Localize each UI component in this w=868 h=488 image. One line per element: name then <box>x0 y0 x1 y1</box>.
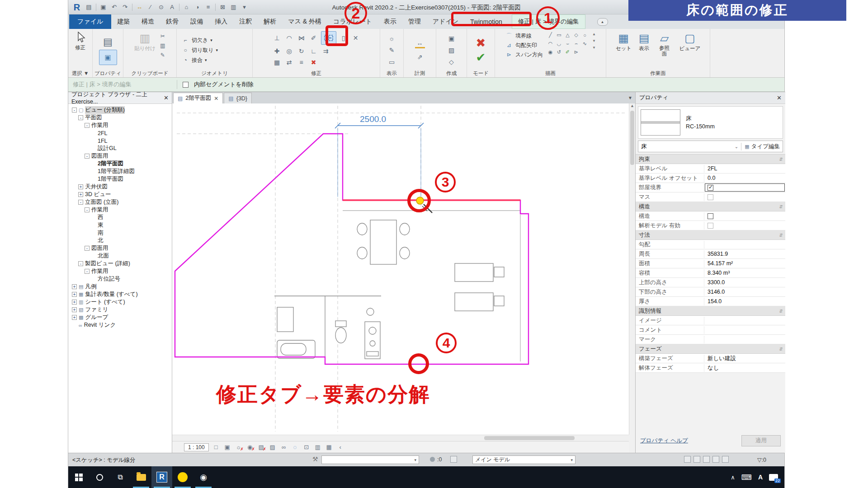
tree-item-3d-views[interactable]: +3D ビュー <box>68 191 172 198</box>
move-icon[interactable]: ✚ <box>272 46 282 56</box>
room-bounding-checkbox[interactable] <box>708 185 713 191</box>
qat-customize-icon[interactable]: ▾ <box>241 4 248 10</box>
section-icon[interactable]: ◑ <box>193 4 201 10</box>
tree-item-schedules[interactable]: +▦集計表/数量 (すべて) <box>68 291 172 298</box>
property-row[interactable]: 部屋境界 <box>636 183 785 192</box>
group-constraints[interactable]: 拘束⇵ <box>636 155 785 164</box>
tab-systems[interactable]: 設備 <box>184 14 209 29</box>
properties-pal-icon[interactable]: ▤ <box>103 36 113 48</box>
tree-item-sheets-use[interactable]: -図面用 <box>68 152 172 160</box>
scroll-thumb[interactable] <box>484 436 575 440</box>
tree-expander[interactable]: + <box>72 292 77 297</box>
tab-massing-site[interactable]: マス & 外構 <box>282 14 327 29</box>
tag-icon[interactable]: ⊙ <box>157 4 165 10</box>
select-by-face-toggle-icon[interactable] <box>712 456 719 463</box>
close-icon[interactable]: ✕ <box>164 94 169 101</box>
property-row[interactable]: 面積54.157 m² <box>636 259 785 268</box>
tree-item-1f-detail-plan[interactable]: 1階平面詳細図 <box>68 168 172 175</box>
updown-icon[interactable]: ⇵ <box>779 347 783 352</box>
tree-item-1f-plan[interactable]: 1階平面図 <box>68 175 172 183</box>
close-icon[interactable]: ✕ <box>777 94 782 101</box>
property-row[interactable]: マス <box>636 192 785 202</box>
ribbon-collapse-button[interactable]: ▴ <box>597 18 608 26</box>
draw-ellipse-icon[interactable]: ◉ <box>547 48 554 56</box>
tree-expander[interactable]: + <box>78 192 83 197</box>
draw-fillet-arc-icon[interactable]: ⌢ <box>572 40 580 47</box>
tree-item-south[interactable]: 南 <box>68 229 172 237</box>
tree-expander[interactable]: + <box>72 284 77 289</box>
offset-icon[interactable]: ◠ <box>284 33 294 43</box>
unpin-icon[interactable]: ✕ <box>351 33 361 43</box>
tree-item-working[interactable]: -作業用 <box>68 122 172 129</box>
tree-expander[interactable]: - <box>78 115 83 120</box>
align-icon[interactable]: ⊥ <box>272 33 282 43</box>
pick-walls-icon[interactable]: ⊳ <box>572 48 580 56</box>
finish-edit-mode-button[interactable]: ✔ <box>476 51 486 64</box>
updown-icon[interactable]: ⇵ <box>779 204 783 209</box>
tree-item-west[interactable]: 西 <box>68 214 172 221</box>
tree-item-working3[interactable]: -作業用 <box>68 267 172 275</box>
tree-expander[interactable]: + <box>78 184 83 189</box>
cut-icon[interactable]: ✂ <box>159 32 167 40</box>
crop-region-visibility-icon[interactable]: ▨ <box>269 444 277 450</box>
mirror-pick-axis-icon[interactable]: ⋈ <box>297 33 307 43</box>
tree-item-revit-links[interactable]: ∞Revit リンク <box>68 321 172 329</box>
draw-line-icon[interactable]: ╱ <box>547 31 554 39</box>
close-view-icon[interactable]: ✕ <box>214 95 218 102</box>
worksharing-display-icon[interactable]: ▥ <box>314 444 322 450</box>
cancel-edit-mode-button[interactable]: ✖ <box>476 37 486 49</box>
undo-icon[interactable]: ↶ <box>110 4 118 10</box>
property-row[interactable]: 構築フェーズ新しい建設 <box>636 354 785 363</box>
furniture[interactable] <box>274 211 520 364</box>
switch-windows-icon[interactable]: ▥ <box>230 4 237 10</box>
tree-expander[interactable]: + <box>72 300 77 305</box>
workplane-viewer-button[interactable]: ▢ ビューア <box>678 31 702 52</box>
draw-tangent-arc-icon[interactable]: ⌣ <box>564 40 571 47</box>
property-row[interactable]: 基準レベル オフセット0.0 <box>636 174 785 183</box>
view-tab-3d[interactable]: ▤ {3D} <box>224 93 252 103</box>
copy-icon[interactable]: ▥ <box>159 42 167 50</box>
property-row[interactable]: マーク <box>636 335 785 344</box>
start-button[interactable] <box>68 466 89 488</box>
cortana-button[interactable] <box>89 466 110 488</box>
floor-sketch-boundary[interactable] <box>175 134 528 364</box>
open-dialog-icon[interactable]: ▤ <box>85 4 93 10</box>
tree-item-north[interactable]: 北 <box>68 237 172 244</box>
draw-circle-icon[interactable]: ○ <box>581 31 589 39</box>
property-row[interactable]: 上部の高さ3300.0 <box>636 278 785 287</box>
active-workset-combo[interactable]: メイン モデル ▾ <box>472 455 576 464</box>
measure-ruler-icon[interactable]: ↔ <box>415 38 425 48</box>
tree-item-views[interactable]: -▢ビュー (分類順) <box>68 106 172 114</box>
project-browser-header[interactable]: プロジェクト ブラウザ - 二上Exercise... ✕ <box>68 92 172 104</box>
tree-expander[interactable]: - <box>85 269 90 274</box>
tree-item-2f-plan[interactable]: 2階平面図 <box>68 160 172 168</box>
property-row[interactable]: 基準レベル2FL <box>636 164 785 174</box>
updown-icon[interactable]: ⇵ <box>779 233 783 238</box>
drag-on-selection-toggle-icon[interactable] <box>722 456 729 463</box>
create-group-icon[interactable]: ▣ <box>447 33 457 43</box>
property-row[interactable]: イメージ <box>636 316 785 325</box>
draw-rectangle-icon[interactable]: ▭ <box>555 31 563 39</box>
delete-inner-segments-checkbox[interactable] <box>183 82 189 88</box>
tree-item-groups[interactable]: +▩グループ <box>68 314 172 321</box>
tree-item-elevations[interactable]: -立面図 (立面) <box>68 198 172 206</box>
tree-item-ceiling-plans[interactable]: +天井伏図 <box>68 183 172 191</box>
cope-button[interactable]: 切欠き <box>192 37 208 44</box>
match-type-icon[interactable]: ✎ <box>159 51 167 59</box>
rotate-icon[interactable]: ↻ <box>297 46 307 56</box>
viewbar-more-icon[interactable]: ‹ <box>336 444 344 450</box>
paste-button[interactable]: ▥ 貼り付け <box>133 31 157 52</box>
property-row[interactable]: コメント <box>636 325 785 335</box>
create-assembly-icon[interactable]: ▨ <box>447 45 457 55</box>
tree-expander[interactable]: - <box>78 200 83 205</box>
cut-geometry-button[interactable]: 切り取り <box>192 47 214 54</box>
draw-expand-icon[interactable]: ▼ <box>592 46 596 50</box>
properties-help-link[interactable]: プロパティ ヘルプ <box>640 437 688 445</box>
draw-polygon-icon[interactable]: △ <box>564 31 571 39</box>
tab-steel[interactable]: 鉄骨 <box>160 14 184 29</box>
notification-icon[interactable]: 22 <box>769 474 778 481</box>
sync-icon[interactable]: ▣ <box>99 4 107 10</box>
updown-icon[interactable]: ⇵ <box>779 309 783 314</box>
slope-arrow-button[interactable]: 勾配矢印 <box>515 42 537 49</box>
tab-view[interactable]: 表示 <box>378 14 402 29</box>
